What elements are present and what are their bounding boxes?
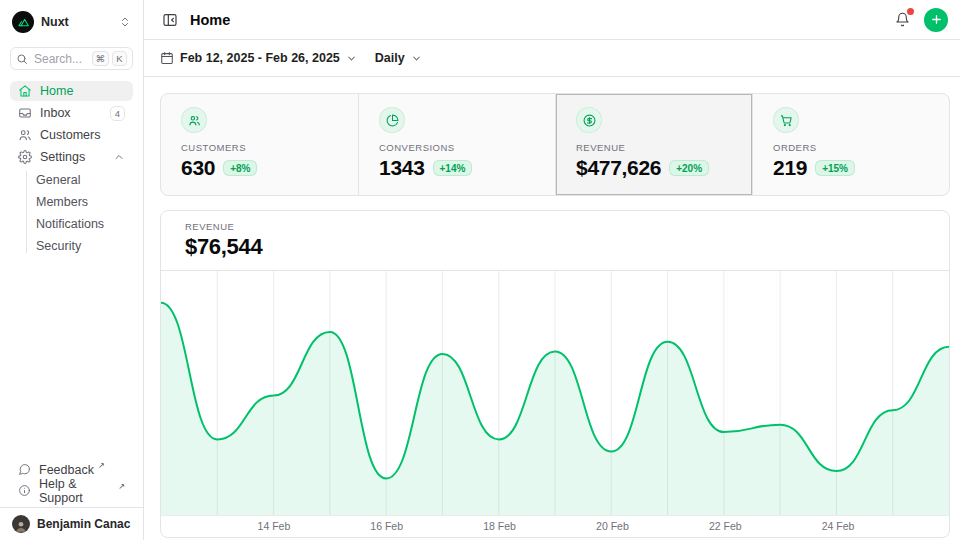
stat-value: 1343: [379, 156, 425, 180]
chart-total-value: $76,544: [185, 234, 925, 260]
notification-dot: [907, 8, 914, 15]
granularity-select[interactable]: Daily: [375, 51, 422, 65]
revenue-chart: [161, 271, 949, 515]
nuxt-logo-icon: [12, 11, 34, 33]
chevron-down-icon: [346, 53, 357, 64]
cart-icon: [780, 114, 793, 127]
sidebar-item-label: Inbox: [40, 106, 71, 120]
stats-row: CUSTOMERS 630 +8% CONVERSIONS 1343 +14% …: [160, 93, 950, 196]
chevron-down-icon: [411, 53, 422, 64]
house-icon: [18, 84, 32, 98]
message-bubble-icon: [18, 463, 31, 476]
x-axis-tick: 22 Feb: [709, 520, 742, 532]
help-support-link[interactable]: Help & Support ↗: [10, 480, 133, 501]
search-icon: [16, 53, 28, 65]
stat-delta-badge: +15%: [815, 160, 855, 176]
granularity-label: Daily: [375, 51, 405, 65]
sidebar-collapse-button[interactable]: [160, 10, 180, 30]
x-axis-tick: 14 Feb: [258, 520, 291, 532]
settings-children: General Members Notifications Security: [26, 169, 133, 257]
kbd-k: K: [112, 51, 127, 66]
add-button[interactable]: [924, 8, 948, 32]
revenue-chart-card: REVENUE $76,544 14 Feb16 Feb18 Feb20 Feb…: [160, 210, 950, 538]
sidebar: Nuxt Search... ⌘ K Home Inbox 4 Cu: [0, 0, 144, 540]
main-header: Home: [144, 0, 960, 40]
plus-icon: [930, 13, 943, 26]
search-kbd-shortcuts: ⌘ K: [92, 51, 128, 66]
external-link-icon: ↗: [118, 482, 125, 491]
stat-card-customers[interactable]: CUSTOMERS 630 +8%: [161, 94, 358, 195]
sidebar-item-inbox[interactable]: Inbox 4: [10, 103, 133, 123]
x-axis-tick: 20 Feb: [596, 520, 629, 532]
dashboard-app: Nuxt Search... ⌘ K Home Inbox 4 Cu: [0, 0, 960, 540]
stat-value: 219: [773, 156, 807, 180]
gear-icon: [18, 150, 32, 164]
x-axis-tick: 18 Feb: [483, 520, 516, 532]
benjamin-avatar: [12, 515, 30, 533]
sidebar-item-label: Home: [40, 84, 73, 98]
panel-left-close-icon: [162, 12, 178, 28]
external-link-icon: ↗: [98, 461, 105, 470]
info-circle-icon: [18, 484, 31, 497]
chevron-up-icon: [113, 151, 125, 163]
child-item-label: General: [36, 173, 80, 187]
help-support-label: Help & Support: [39, 477, 114, 505]
search-input[interactable]: Search... ⌘ K: [10, 47, 133, 70]
child-item-label: Members: [36, 195, 88, 209]
stat-delta-badge: +20%: [669, 160, 709, 176]
stat-label: REVENUE: [576, 142, 732, 153]
sidebar-footer: Feedback ↗ Help & Support ↗ Benjamin Can…: [0, 459, 143, 540]
kbd-meta: ⌘: [92, 51, 110, 66]
chart-title-label: REVENUE: [185, 221, 925, 232]
stat-value: 630: [181, 156, 215, 180]
sidebar-item-settings[interactable]: Settings: [10, 147, 133, 167]
stat-delta-badge: +8%: [223, 160, 257, 176]
filters-toolbar: Feb 12, 2025 - Feb 26, 2025 Daily: [144, 40, 960, 77]
sidebar-item-security[interactable]: Security: [26, 235, 133, 257]
inbox-count-badge: 4: [110, 106, 125, 121]
sidebar-item-notifications[interactable]: Notifications: [26, 213, 133, 235]
chart-x-axis: 14 Feb16 Feb18 Feb20 Feb22 Feb24 Feb: [161, 516, 949, 536]
stat-label: CONVERSIONS: [379, 142, 535, 153]
x-axis-tick: 24 Feb: [822, 520, 855, 532]
sidebar-item-home[interactable]: Home: [10, 81, 133, 101]
sidebar-item-general[interactable]: General: [26, 169, 133, 191]
stat-label: ORDERS: [773, 142, 929, 153]
stat-card-orders[interactable]: ORDERS 219 +15%: [752, 94, 949, 195]
sidebar-item-label: Settings: [40, 150, 85, 164]
calendar-icon: [160, 51, 174, 65]
sidebar-item-members[interactable]: Members: [26, 191, 133, 213]
users-icon: [18, 128, 32, 142]
stat-value: $477,626: [576, 156, 661, 180]
stat-card-conversions[interactable]: CONVERSIONS 1343 +14%: [358, 94, 555, 195]
chevron-up-down-icon: [119, 16, 131, 28]
page-title: Home: [190, 12, 230, 28]
date-range-picker[interactable]: Feb 12, 2025 - Feb 26, 2025: [160, 51, 357, 65]
stat-card-revenue[interactable]: REVENUE $477,626 +20%: [555, 94, 752, 195]
chart-header: REVENUE $76,544: [161, 211, 949, 271]
child-item-label: Notifications: [36, 217, 104, 231]
search-placeholder: Search...: [34, 52, 82, 66]
user-name: Benjamin Canac: [37, 517, 130, 531]
stat-label: CUSTOMERS: [181, 142, 338, 153]
inbox-icon: [18, 106, 32, 120]
user-menu[interactable]: Benjamin Canac: [0, 507, 143, 540]
workspace-switcher[interactable]: Nuxt: [12, 10, 131, 34]
sidebar-item-label: Customers: [40, 128, 100, 142]
circle-dollar-icon: [583, 114, 596, 127]
chart-plot-area: [161, 271, 949, 516]
feedback-label: Feedback: [39, 463, 94, 477]
notifications-button[interactable]: [893, 10, 912, 29]
stat-delta-badge: +14%: [433, 160, 473, 176]
child-item-label: Security: [36, 239, 81, 253]
sidebar-nav: Home Inbox 4 Customers Settings General …: [10, 81, 133, 257]
users-icon: [188, 114, 201, 127]
chart-pie-icon: [386, 114, 399, 127]
sidebar-item-customers[interactable]: Customers: [10, 125, 133, 145]
workspace-name: Nuxt: [41, 15, 69, 29]
x-axis-tick: 16 Feb: [370, 520, 403, 532]
date-range-label: Feb 12, 2025 - Feb 26, 2025: [180, 51, 340, 65]
